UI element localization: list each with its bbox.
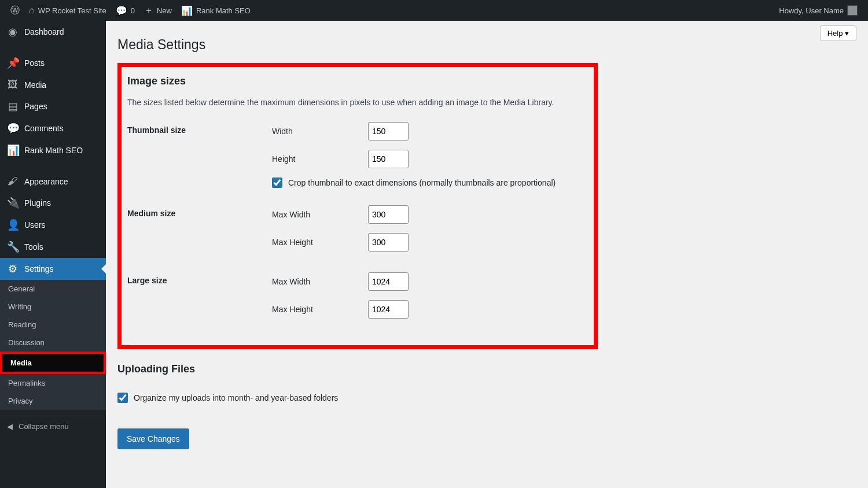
- large-height-input[interactable]: [368, 300, 409, 319]
- large-label: Large size: [127, 272, 272, 285]
- save-button[interactable]: Save Changes: [117, 428, 189, 449]
- comment-icon: 💬: [116, 5, 127, 16]
- medium-label: Medium size: [127, 205, 272, 218]
- plug-icon: 🔌: [7, 197, 19, 209]
- chart-icon: 📊: [181, 5, 193, 16]
- submenu-general[interactable]: General: [0, 280, 106, 298]
- rankmath-label: Rank Math SEO: [196, 6, 251, 15]
- wrench-icon: 🔧: [7, 241, 19, 253]
- main-content: Help ▾ Media Settings Image sizes The si…: [106, 21, 868, 488]
- medium-width-input[interactable]: [368, 205, 409, 224]
- medium-row: Medium size Max Width Max Height: [127, 205, 588, 261]
- user-icon: 👤: [7, 219, 19, 231]
- howdy-text: Howdy, User Name: [779, 6, 844, 15]
- user-menu[interactable]: Howdy, User Name: [774, 0, 862, 21]
- page-icon: ▤: [7, 100, 19, 113]
- settings-submenu: General Writing Reading Discussion Media…: [0, 280, 106, 410]
- comments-icon: 💬: [7, 122, 19, 135]
- submenu-privacy[interactable]: Privacy: [0, 392, 106, 410]
- image-sizes-title: Image sizes: [127, 75, 588, 87]
- media-icon: 🖼: [7, 79, 19, 91]
- sidebar-item-rankmath[interactable]: 📊Rank Math SEO: [0, 139, 106, 161]
- sidebar-item-settings[interactable]: ⚙Settings: [0, 258, 106, 280]
- large-max-width-label: Max Width: [272, 277, 359, 286]
- organize-label: Organize my uploads into month- and year…: [134, 393, 338, 402]
- admin-bar: ⓦ ⌂WP Rocket Test Site 💬0 ＋New 📊Rank Mat…: [0, 0, 868, 21]
- submenu-discussion[interactable]: Discussion: [0, 334, 106, 352]
- collapse-menu[interactable]: ◀Collapse menu: [0, 416, 106, 437]
- comments-link[interactable]: 💬0: [111, 0, 139, 21]
- large-max-height-label: Max Height: [272, 305, 359, 314]
- submenu-permalinks[interactable]: Permalinks: [0, 374, 106, 392]
- site-link[interactable]: ⌂WP Rocket Test Site: [24, 0, 111, 21]
- collapse-icon: ◀: [7, 422, 13, 431]
- comment-count: 0: [131, 6, 135, 15]
- seo-icon: 📊: [7, 144, 19, 157]
- sidebar-item-appearance[interactable]: 🖌Appearance: [0, 171, 106, 192]
- rankmath-link[interactable]: 📊Rank Math SEO: [176, 0, 255, 21]
- avatar: [847, 5, 858, 16]
- page-title: Media Settings: [117, 37, 856, 53]
- help-button[interactable]: Help ▾: [820, 25, 856, 41]
- crop-label: Crop thumbnail to exact dimensions (norm…: [288, 178, 556, 187]
- sidebar-item-tools[interactable]: 🔧Tools: [0, 236, 106, 258]
- home-icon: ⌂: [29, 5, 35, 16]
- submenu-writing[interactable]: Writing: [0, 298, 106, 316]
- submenu-media[interactable]: Media: [2, 354, 104, 372]
- sidebar-item-dashboard[interactable]: ◉Dashboard: [0, 21, 106, 43]
- thumbnail-width-input[interactable]: [368, 122, 409, 141]
- admin-bar-left: ⓦ ⌂WP Rocket Test Site 💬0 ＋New 📊Rank Mat…: [6, 0, 255, 21]
- plus-icon: ＋: [144, 5, 153, 17]
- new-link[interactable]: ＋New: [139, 0, 176, 21]
- admin-bar-right: Howdy, User Name: [774, 0, 862, 21]
- thumbnail-row: Thumbnail size Width Height Crop thumbna…: [127, 122, 588, 199]
- pin-icon: 📌: [7, 57, 19, 69]
- admin-sidebar: ◉Dashboard 📌Posts 🖼Media ▤Pages 💬Comment…: [0, 21, 106, 488]
- sidebar-item-pages[interactable]: ▤Pages: [0, 95, 106, 117]
- height-label: Height: [272, 154, 359, 164]
- max-width-label: Max Width: [272, 210, 359, 219]
- wordpress-icon: ⓦ: [10, 5, 20, 17]
- sidebar-item-comments[interactable]: 💬Comments: [0, 117, 106, 139]
- wp-logo[interactable]: ⓦ: [6, 0, 24, 21]
- submenu-reading[interactable]: Reading: [0, 316, 106, 334]
- site-title: WP Rocket Test Site: [38, 6, 106, 15]
- crop-checkbox[interactable]: [272, 178, 282, 188]
- thumbnail-label: Thumbnail size: [127, 122, 272, 135]
- sidebar-item-plugins[interactable]: 🔌Plugins: [0, 192, 106, 214]
- sidebar-item-users[interactable]: 👤Users: [0, 214, 106, 236]
- thumbnail-height-input[interactable]: [368, 150, 409, 168]
- image-sizes-section: Image sizes The sizes listed below deter…: [117, 63, 598, 349]
- organize-checkbox[interactable]: [117, 393, 128, 403]
- max-height-label: Max Height: [272, 238, 359, 247]
- new-label: New: [157, 6, 172, 15]
- dashboard-icon: ◉: [7, 25, 19, 38]
- sliders-icon: ⚙: [7, 263, 19, 275]
- uploading-title: Uploading Files: [117, 363, 856, 375]
- sidebar-item-posts[interactable]: 📌Posts: [0, 52, 106, 74]
- brush-icon: 🖌: [7, 175, 19, 187]
- sidebar-item-media[interactable]: 🖼Media: [0, 74, 106, 95]
- large-width-input[interactable]: [368, 272, 409, 291]
- image-sizes-desc: The sizes listed below determine the max…: [127, 98, 588, 107]
- medium-height-input[interactable]: [368, 233, 409, 252]
- large-row: Large size Max Width Max Height: [127, 272, 588, 328]
- width-label: Width: [272, 127, 359, 136]
